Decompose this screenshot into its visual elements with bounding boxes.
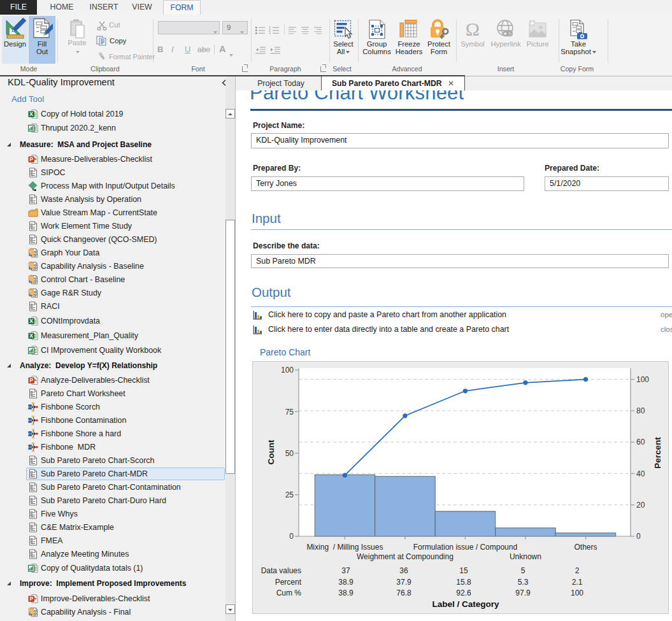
svg-text:75: 75 [285, 408, 294, 417]
svg-text:15: 15 [459, 566, 468, 575]
svg-text:80: 80 [636, 406, 645, 415]
svg-text:3: 3 [269, 32, 271, 35]
svg-text:Percent: Percent [275, 578, 302, 587]
svg-text:Count: Count [266, 439, 276, 464]
svg-text:36: 36 [399, 566, 408, 575]
svg-text:38.9: 38.9 [338, 578, 354, 587]
svg-text:Unknown: Unknown [510, 552, 541, 561]
svg-text:38.9: 38.9 [338, 589, 354, 597]
svg-text:37.9: 37.9 [396, 578, 411, 587]
svg-text:0: 0 [636, 532, 641, 541]
svg-text:Formulation issue / Compound: Formulation issue / Compound [413, 543, 517, 552]
svg-text:97.9: 97.9 [515, 589, 531, 597]
svg-text:60: 60 [636, 438, 645, 446]
svg-text:Mixing / Milling Issues: Mixing / Milling Issues [306, 543, 383, 552]
svg-text:Label / Category: Label / Category [432, 599, 499, 609]
svg-text:2: 2 [575, 566, 580, 575]
svg-text:100: 100 [636, 375, 649, 384]
svg-text:100: 100 [571, 589, 583, 597]
svg-text:Ω: Ω [466, 19, 480, 39]
svg-text:Percent: Percent [653, 437, 662, 469]
svg-text:37: 37 [341, 566, 350, 575]
svg-text:2.1: 2.1 [572, 578, 583, 587]
svg-text:Others: Others [574, 543, 597, 552]
svg-text:5: 5 [521, 566, 525, 575]
svg-text:100: 100 [281, 366, 294, 375]
svg-text:92.6: 92.6 [456, 589, 471, 597]
svg-text:25: 25 [285, 490, 294, 499]
svg-text:20: 20 [636, 501, 645, 510]
svg-text:76.8: 76.8 [396, 589, 411, 597]
svg-text:50: 50 [285, 449, 294, 458]
svg-text:0: 0 [289, 532, 294, 541]
svg-text:Weighment at Compounding: Weighment at Compounding [357, 552, 454, 561]
svg-text:5.3: 5.3 [518, 578, 529, 587]
svg-text:Cum %: Cum % [276, 589, 302, 597]
svg-text:40: 40 [636, 469, 645, 478]
svg-text:15.8: 15.8 [456, 578, 471, 587]
svg-text:Data values: Data values [261, 566, 301, 575]
